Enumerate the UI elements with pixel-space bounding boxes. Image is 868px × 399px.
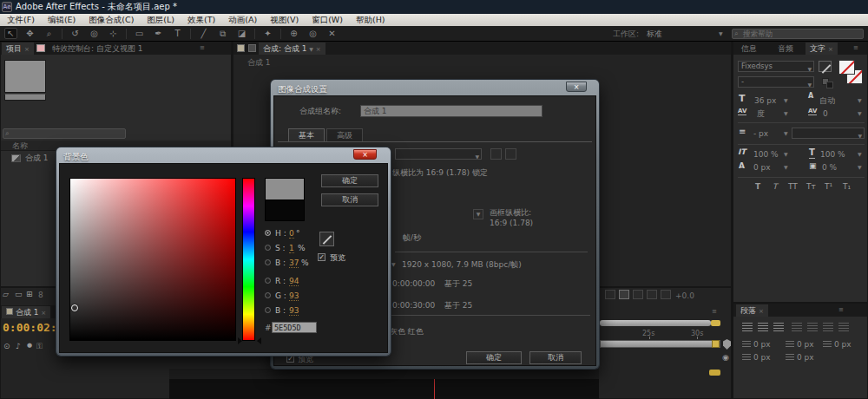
axis-mode-local-icon[interactable]: ⊕ <box>287 29 300 39</box>
menu-item[interactable]: 视图(V) <box>270 16 299 25</box>
dropdown-icon[interactable]: ▼ <box>784 152 788 158</box>
tab-info[interactable]: 信息 <box>737 43 761 55</box>
preset-select[interactable]: ▼ <box>395 148 482 160</box>
baseline-shift-value[interactable]: 0 px <box>753 163 771 172</box>
close-icon[interactable]: × <box>759 308 764 315</box>
pan-behind-tool-icon[interactable]: ⊹ <box>107 29 120 39</box>
eyedropper-icon[interactable] <box>819 61 832 72</box>
small-caps-icon[interactable]: Tт <box>806 182 816 191</box>
space-before-value[interactable]: 0 px <box>753 353 771 362</box>
text-tool-icon[interactable]: T <box>171 29 184 39</box>
timeline-zoom-handle[interactable] <box>709 370 720 376</box>
save-preset-icon[interactable] <box>490 148 502 160</box>
tab-basic[interactable]: 基本 <box>288 128 325 141</box>
workspace-dropdown-icon[interactable]: ▼ <box>719 31 723 37</box>
align-left-button[interactable] <box>742 323 753 331</box>
s-radio[interactable] <box>265 245 271 251</box>
dialog-title[interactable]: 图像合成设置 <box>273 82 596 95</box>
close-button[interactable]: × <box>566 82 587 92</box>
align-right-button[interactable] <box>773 323 784 331</box>
panel-menu-icon[interactable]: ≡ <box>838 306 844 313</box>
folder-icon[interactable]: ▭ <box>15 290 23 298</box>
menu-item[interactable]: 动画(A) <box>228 16 257 25</box>
hue-marker-left[interactable] <box>238 337 242 344</box>
menu-item[interactable]: 窗口(W) <box>312 16 343 25</box>
h-value[interactable]: 0 <box>289 229 294 239</box>
comp-name-input[interactable]: 合成 1 <box>360 105 542 117</box>
dropdown-icon[interactable]: ▼ <box>784 131 788 137</box>
draft3d-icon[interactable] <box>619 290 629 299</box>
justify-all-button[interactable] <box>838 323 849 331</box>
menu-item[interactable]: 文件(F) <box>7 16 35 25</box>
camera-tool-icon[interactable]: ◎ <box>88 29 101 39</box>
title-bar[interactable]: Ae Adobe After Effects - 未命名项目.aep * <box>0 0 868 14</box>
g-value[interactable]: 93 <box>289 291 299 301</box>
all-caps-icon[interactable]: TT <box>788 182 798 191</box>
close-button[interactable]: × <box>353 149 377 160</box>
hide-shy-layers-icon[interactable] <box>633 290 643 299</box>
close-icon[interactable]: × <box>24 46 30 53</box>
horizontal-scale-value[interactable]: 100 % <box>820 150 845 159</box>
ok-button[interactable]: 确定 <box>466 351 522 364</box>
motion-blur-icon[interactable] <box>661 290 671 299</box>
selection-tool-icon[interactable]: ↖ <box>4 28 17 40</box>
rotate-tool-icon[interactable]: ↺ <box>69 29 82 39</box>
delete-preset-icon[interactable] <box>505 148 516 160</box>
current-timecode[interactable]: 0:00:02:1 <box>3 322 63 335</box>
b2-value[interactable]: 93 <box>289 306 299 316</box>
faux-bold-icon[interactable]: T <box>755 182 760 191</box>
kerning-value[interactable]: 度 <box>757 109 765 118</box>
start-timecode-value[interactable]: 0:00:00:00 <box>392 279 435 288</box>
fill-color-swatch[interactable] <box>838 60 855 75</box>
color-gradient-square[interactable] <box>69 178 236 341</box>
g-radio[interactable] <box>265 292 271 298</box>
s-value[interactable]: 1 <box>289 244 294 253</box>
close-icon[interactable]: × <box>41 310 46 317</box>
timeline-nav-handle[interactable] <box>711 320 720 326</box>
preview-checkbox[interactable]: ✓ <box>318 253 326 261</box>
tracking-value[interactable]: 0 <box>823 109 828 118</box>
project-search-input[interactable]: ⌕ <box>3 128 126 139</box>
hue-strip[interactable] <box>242 178 255 341</box>
pen-tool-icon[interactable]: ✒ <box>152 29 165 39</box>
stroke-width-value[interactable]: - px <box>753 129 768 138</box>
comp-mini-flowchart-icon[interactable] <box>605 290 615 299</box>
justify-last-right-button[interactable] <box>823 323 833 331</box>
puppet-pin-tool-icon[interactable]: ✦ <box>261 29 274 39</box>
audio-icon[interactable]: ♪ <box>16 342 21 350</box>
dropdown-icon[interactable]: ▼ <box>858 165 862 171</box>
project-settings-icon[interactable]: ⊞ <box>26 290 33 298</box>
leading-value[interactable]: 自动 <box>819 96 835 105</box>
close-icon[interactable]: × <box>828 46 833 53</box>
dialog-title[interactable]: 背景色 <box>59 150 388 163</box>
duration-timecode-value[interactable]: 0:00:30:00 <box>392 301 435 310</box>
frame-blend-icon[interactable] <box>647 290 657 299</box>
zoom-tool-icon[interactable]: ⌕ <box>43 29 56 39</box>
clone-stamp-tool-icon[interactable]: ⧉ <box>216 29 229 39</box>
hand-tool-icon[interactable]: ✥ <box>23 29 36 39</box>
eye-icon[interactable]: ⊙ <box>3 342 10 350</box>
faux-italic-icon[interactable]: T <box>773 182 778 191</box>
font-family-select[interactable]: Fixedsys▼ <box>738 61 814 72</box>
preview-checkbox[interactable]: ✓ <box>286 355 294 363</box>
ok-button[interactable]: 确定 <box>321 174 378 187</box>
r-value[interactable]: 94 <box>289 277 299 286</box>
dropdown-icon[interactable]: ▼ <box>784 111 788 117</box>
workspace-value[interactable]: 标准 <box>647 29 662 38</box>
menu-item[interactable]: 图像合成(C) <box>89 16 134 25</box>
axis-mode-view-icon[interactable]: ✕ <box>326 29 339 39</box>
work-area-end-handle[interactable] <box>712 340 720 348</box>
font-style-select[interactable]: -▼ <box>738 76 814 88</box>
new-folder-icon[interactable]: ▱ <box>3 290 9 298</box>
superscript-icon[interactable]: T¹ <box>825 182 832 191</box>
stroke-type-select[interactable]: ▼ <box>792 128 865 139</box>
tab-character[interactable]: 文字 × <box>806 43 838 55</box>
dropdown-icon[interactable]: ▼ <box>784 165 788 171</box>
menu-item[interactable]: 编辑(E) <box>48 16 76 25</box>
snapshot-camera-icon[interactable]: ◉ <box>722 353 729 362</box>
h-radio[interactable] <box>265 230 271 236</box>
solo-icon[interactable]: ● <box>27 342 32 349</box>
dropdown-icon[interactable]: ▼ <box>858 98 862 104</box>
close-icon[interactable]: × <box>316 46 321 53</box>
r-radio[interactable] <box>265 278 271 284</box>
